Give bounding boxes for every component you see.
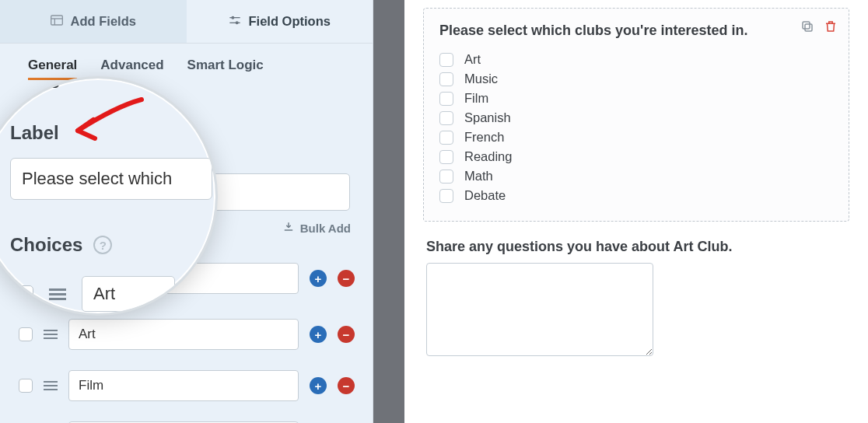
choice-row: + − [0, 417, 373, 423]
checkbox-option-label: Art [464, 52, 481, 67]
drag-handle-icon[interactable] [49, 288, 66, 300]
checkbox-option-label: Debate [464, 188, 506, 203]
checkbox-icon[interactable] [439, 92, 453, 106]
checkbox-icon[interactable] [439, 72, 453, 86]
checkbox-option-label: Math [464, 169, 493, 184]
preview-checkbox-option[interactable]: Film [439, 89, 833, 108]
preview-checkbox-field[interactable]: Please select which clubs you're interes… [423, 8, 849, 222]
checkbox-icon[interactable] [439, 53, 453, 67]
preview-checkbox-option[interactable]: Spanish [439, 108, 833, 128]
svg-rect-7 [805, 24, 812, 31]
tab-label: Field Options [249, 14, 331, 29]
checkbox-option-label: Reading [464, 149, 512, 164]
checkbox-icon[interactable] [439, 111, 453, 125]
preview-checkbox-option[interactable]: French [439, 128, 833, 147]
label-input-zoomed[interactable] [10, 158, 212, 200]
checkbox-option-label: Music [464, 72, 498, 86]
label-heading-zoomed: Label [10, 122, 59, 144]
panel-divider [373, 0, 404, 423]
preview-checkbox-option[interactable]: Debate [439, 186, 833, 205]
tab-field-options[interactable]: Field Options [187, 0, 373, 43]
preview-checkbox-option[interactable]: Math [439, 166, 833, 186]
checkbox-icon[interactable] [439, 150, 453, 164]
tab-label: Add Fields [71, 14, 136, 29]
trash-icon[interactable] [824, 19, 838, 37]
preview-textarea[interactable] [426, 263, 653, 356]
preview-checkbox-option[interactable]: Art [439, 50, 833, 69]
field-tools [800, 19, 838, 37]
choice-input[interactable] [68, 319, 299, 350]
checkbox-option-label: Spanish [464, 110, 511, 125]
preview-checkbox-option[interactable]: Music [439, 69, 833, 89]
preview-field-label: Please select which clubs you're interes… [439, 23, 833, 39]
choice-row: + − [0, 365, 373, 406]
sub-tab-general[interactable]: General [28, 58, 77, 80]
duplicate-icon[interactable] [800, 19, 814, 37]
preview-textarea-label: Share any questions you have about Art C… [426, 239, 849, 255]
layout-icon [51, 14, 63, 29]
checkbox-icon[interactable] [439, 170, 453, 184]
help-icon[interactable]: ? [93, 236, 112, 254]
remove-choice-button[interactable]: − [338, 377, 355, 394]
choice-input[interactable] [68, 370, 299, 401]
checkbox-option-label: French [464, 130, 504, 145]
svg-rect-0 [51, 16, 62, 25]
svg-point-6 [236, 22, 238, 24]
left-panel: Add Fields Field Options General Advance… [0, 0, 373, 423]
svg-rect-8 [803, 22, 810, 29]
sliders-icon [229, 14, 241, 29]
preview-checkbox-options: ArtMusicFilmSpanishFrenchReadingMathDeba… [439, 50, 833, 205]
drag-handle-icon[interactable] [44, 330, 58, 339]
form-preview-panel: Please select which clubs you're interes… [404, 0, 868, 423]
checkbox-icon[interactable] [439, 131, 453, 145]
checkbox-icon[interactable] [439, 189, 453, 203]
download-icon [283, 222, 294, 235]
choices-heading-zoomed: Choices ? [10, 234, 112, 256]
add-choice-button[interactable]: + [310, 377, 327, 394]
checkbox-option-label: Film [464, 91, 488, 106]
preview-checkbox-option[interactable]: Reading [439, 147, 833, 166]
remove-choice-button[interactable]: − [338, 326, 355, 343]
remove-choice-button[interactable]: − [338, 270, 355, 287]
svg-point-4 [232, 16, 234, 19]
main-tab-row: Add Fields Field Options [0, 0, 373, 44]
choice-row: + − [0, 314, 373, 355]
add-choice-button[interactable]: + [310, 326, 327, 343]
add-choice-button[interactable]: + [310, 270, 327, 287]
choice-default-checkbox[interactable] [19, 327, 33, 341]
choice-default-checkbox[interactable] [19, 379, 33, 393]
drag-handle-icon[interactable] [44, 381, 58, 390]
sub-tab-row: General Advanced Smart Logic [0, 44, 373, 85]
tab-add-fields[interactable]: Add Fields [0, 0, 187, 43]
sub-tab-smart-logic[interactable]: Smart Logic [187, 58, 264, 80]
